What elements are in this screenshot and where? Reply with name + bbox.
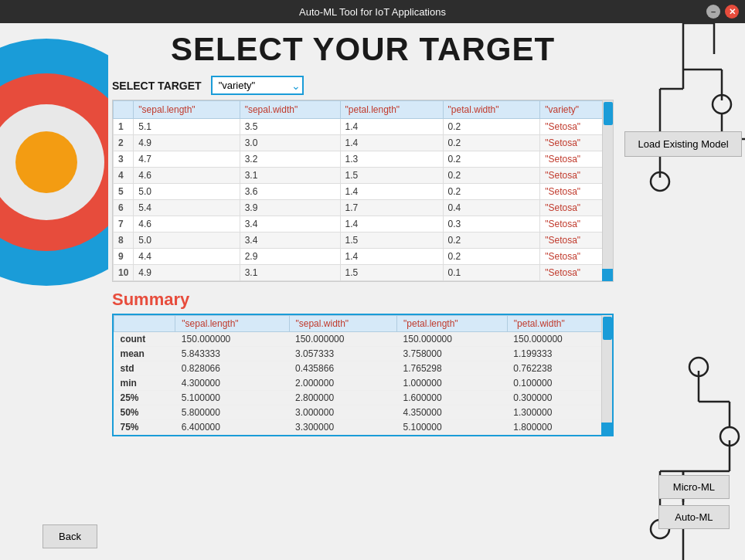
mode-buttons: Micro-ML Auto-ML xyxy=(658,475,730,529)
minimize-button[interactable]: – xyxy=(706,5,720,19)
cell-petal-width: 0.4 xyxy=(443,200,540,216)
auto-ml-button[interactable]: Auto-ML xyxy=(658,505,730,529)
stat-sepal-width: 3.057333 xyxy=(289,347,397,361)
cell-sepal-length: 4.6 xyxy=(134,168,240,184)
summary-table-container: "sepal.length" "sepal.width" "petal.leng… xyxy=(112,314,614,436)
summary-header-row: "sepal.length" "sepal.width" "petal.leng… xyxy=(114,316,612,332)
stat-label: 50% xyxy=(114,406,175,420)
cell-sepal-length: 4.6 xyxy=(134,216,240,232)
summary-row: mean 5.843333 3.057333 3.758000 1.199333 xyxy=(114,347,612,361)
cell-sepal-length: 5.4 xyxy=(134,200,240,216)
stat-petal-length: 1.000000 xyxy=(397,376,508,391)
target-dropdown[interactable]: "variety" "sepal.length" "sepal.width" "… xyxy=(211,76,304,95)
table-row: 4 4.6 3.1 1.5 0.2 "Setosa" xyxy=(114,168,613,184)
summary-row: 50% 5.800000 3.000000 4.350000 1.300000 xyxy=(114,406,612,420)
row-num: 5 xyxy=(114,184,134,200)
stat-label: 25% xyxy=(114,391,175,406)
stat-petal-width: 0.762238 xyxy=(507,361,611,376)
row-num: 10 xyxy=(114,265,134,281)
data-table-body: 1 5.1 3.5 1.4 0.2 "Setosa" 2 4.9 3.0 1.4… xyxy=(114,119,613,281)
center-panel: SELECT YOUR TARGET SELECT TARGET "variet… xyxy=(108,23,621,560)
cell-sepal-length: 5.0 xyxy=(134,184,240,200)
stat-petal-width: 0.100000 xyxy=(507,376,611,391)
stat-sepal-length: 150.000000 xyxy=(175,332,289,347)
cell-petal-length: 1.5 xyxy=(340,265,443,281)
vertical-scrollbar[interactable] xyxy=(602,100,613,281)
summary-scrollbar-thumb xyxy=(603,317,612,340)
stat-sepal-width: 0.435866 xyxy=(289,361,397,376)
cell-petal-length: 1.4 xyxy=(340,135,443,151)
stat-label: min xyxy=(114,376,175,391)
cell-petal-length: 1.4 xyxy=(340,249,443,265)
cell-sepal-length: 5.0 xyxy=(134,232,240,249)
stat-petal-width: 1.800000 xyxy=(507,420,611,435)
cell-sepal-width: 3.9 xyxy=(240,200,340,216)
stat-sepal-length: 5.100000 xyxy=(175,391,289,406)
summary-row: min 4.300000 2.000000 1.000000 0.100000 xyxy=(114,376,612,391)
stat-petal-width: 0.300000 xyxy=(507,391,611,406)
summary-section: Summary "sepal.length" "sepal.width" "pe… xyxy=(112,290,614,436)
stat-sepal-width: 150.000000 xyxy=(289,332,397,347)
stat-sepal-width: 3.000000 xyxy=(289,406,397,420)
stat-sepal-width: 3.300000 xyxy=(289,420,397,435)
stat-label: 75% xyxy=(114,420,175,435)
data-table: "sepal.length" "sepal.width" "petal.leng… xyxy=(113,100,613,281)
stat-sepal-length: 0.828066 xyxy=(175,361,289,376)
row-num: 3 xyxy=(114,151,134,168)
stat-sepal-length: 6.400000 xyxy=(175,420,289,435)
table-row: 10 4.9 3.1 1.5 0.1 "Setosa" xyxy=(114,265,613,281)
col-header-petal-length: "petal.length" xyxy=(340,101,443,119)
summary-scroll-down-btn[interactable] xyxy=(601,423,612,435)
cell-sepal-width: 3.4 xyxy=(240,232,340,249)
cell-sepal-width: 3.2 xyxy=(240,151,340,168)
cell-sepal-width: 3.1 xyxy=(240,265,340,281)
table-header-row: "sepal.length" "sepal.width" "petal.leng… xyxy=(114,101,613,119)
row-num: 4 xyxy=(114,168,134,184)
cell-petal-width: 0.2 xyxy=(443,119,540,135)
row-num: 7 xyxy=(114,216,134,232)
cell-petal-length: 1.5 xyxy=(340,232,443,249)
scrollbar-thumb xyxy=(604,102,613,125)
data-table-container: "sepal.length" "sepal.width" "petal.leng… xyxy=(112,100,614,282)
close-button[interactable]: ✕ xyxy=(725,5,739,19)
stat-sepal-length: 5.800000 xyxy=(175,406,289,420)
scroll-down-btn[interactable] xyxy=(602,269,613,281)
cell-petal-length: 1.7 xyxy=(340,200,443,216)
summary-table-body: count 150.000000 150.000000 150.000000 1… xyxy=(114,332,612,435)
cell-petal-width: 0.2 xyxy=(443,184,540,200)
target-dropdown-wrapper: "variety" "sepal.length" "sepal.width" "… xyxy=(211,76,304,95)
summary-scrollbar[interactable] xyxy=(601,315,612,435)
stat-sepal-width: 2.000000 xyxy=(289,376,397,391)
cell-petal-width: 0.1 xyxy=(443,265,540,281)
select-target-row: SELECT TARGET "variety" "sepal.length" "… xyxy=(112,76,614,95)
summary-row: std 0.828066 0.435866 1.765298 0.762238 xyxy=(114,361,612,376)
col-header-sepal-width: "sepal.width" xyxy=(240,101,340,119)
back-button[interactable]: Back xyxy=(43,524,97,548)
stat-petal-length: 5.100000 xyxy=(397,420,508,435)
cell-petal-length: 1.3 xyxy=(340,151,443,168)
row-num: 6 xyxy=(114,200,134,216)
cell-sepal-length: 4.9 xyxy=(134,265,240,281)
cell-petal-length: 1.4 xyxy=(340,119,443,135)
stat-sepal-length: 4.300000 xyxy=(175,376,289,391)
back-button-wrapper: Back xyxy=(43,524,97,548)
cell-petal-length: 1.4 xyxy=(340,216,443,232)
cell-petal-width: 0.2 xyxy=(443,151,540,168)
stat-petal-length: 150.000000 xyxy=(397,332,508,347)
cell-sepal-length: 5.1 xyxy=(134,119,240,135)
stat-petal-width: 1.199333 xyxy=(507,347,611,361)
cell-sepal-width: 3.1 xyxy=(240,168,340,184)
stat-sepal-width: 2.800000 xyxy=(289,391,397,406)
micro-ml-button[interactable]: Micro-ML xyxy=(658,475,730,499)
table-row: 8 5.0 3.4 1.5 0.2 "Setosa" xyxy=(114,232,613,249)
row-num: 9 xyxy=(114,249,134,265)
summary-col-stat xyxy=(114,316,175,332)
load-existing-model-button[interactable]: Load Existing Model xyxy=(624,131,741,157)
stat-sepal-length: 5.843333 xyxy=(175,347,289,361)
left-decoration xyxy=(0,23,108,560)
summary-row: 25% 5.100000 2.800000 1.600000 0.300000 xyxy=(114,391,612,406)
cell-sepal-width: 2.9 xyxy=(240,249,340,265)
col-header-index xyxy=(114,101,134,119)
summary-table: "sepal.length" "sepal.width" "petal.leng… xyxy=(114,315,612,435)
cell-sepal-width: 3.4 xyxy=(240,216,340,232)
